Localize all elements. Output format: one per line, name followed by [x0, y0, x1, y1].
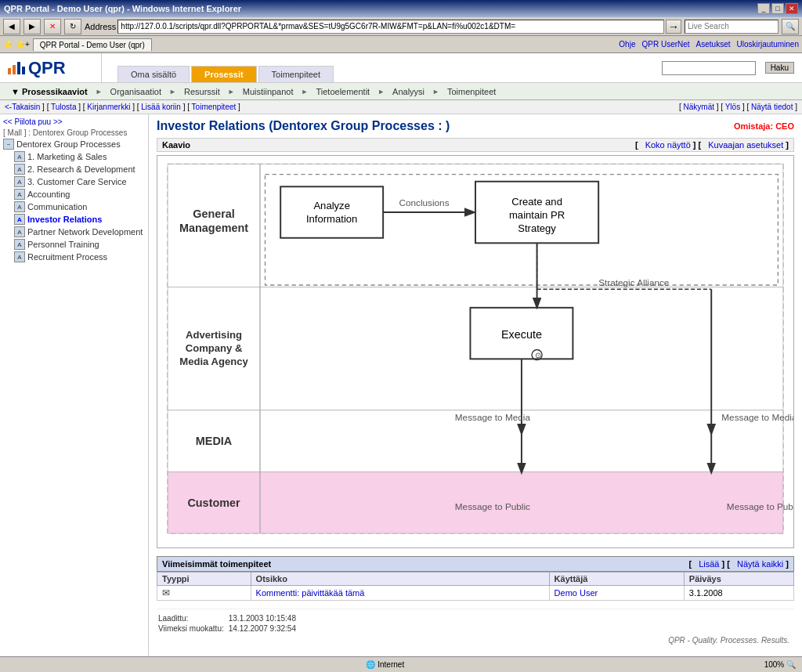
subnav-muistiinpanot[interactable]: Muistiinpanot — [235, 85, 302, 98]
actions-link[interactable]: Toimenpiteet — [192, 103, 237, 111]
svg-text:Execute: Execute — [501, 328, 542, 341]
actions-table: Tyyppi Otsikko Käyttäjä Päiväys ✉ Kommen… — [157, 572, 794, 601]
page-title: Investor Relations (Dentorex Group Proce… — [157, 119, 450, 133]
views-link[interactable]: Näkymät — [684, 103, 714, 111]
sidebar-item-dentorex[interactable]: − Dentorex Group Processes — [0, 138, 148, 150]
ie-tab[interactable]: QPR Portal - Demo User (qpr) — [33, 38, 152, 51]
page-title-row: Investor Relations (Dentorex Group Proce… — [157, 119, 794, 133]
qpr-brand-footer: QPR - Quality. Processes. Results. — [157, 634, 794, 646]
back-button[interactable]: ◀ — [3, 19, 20, 34]
svg-text:Information: Information — [306, 213, 357, 225]
subnav-prosessikaaviot[interactable]: ▼ Prosessikaaviot — [3, 85, 96, 98]
qpr-main: Investor Relations (Dentorex Group Proce… — [149, 114, 802, 672]
bottom-section: Viimeisimmät toimenpiteet [ Lisää ] [ Nä… — [157, 556, 794, 601]
sidebar-item-partner[interactable]: A Partner Network Development — [0, 226, 148, 238]
sidebar-item-label: 2. Research & Development — [27, 164, 135, 174]
sidebar-item-personnel[interactable]: A Personnel Training — [0, 238, 148, 251]
subnav-organisaatiot[interactable]: Organisaatiot — [103, 85, 169, 98]
subnav-analyysi[interactable]: Analyysi — [385, 85, 432, 98]
forward-button[interactable]: ▶ — [23, 19, 41, 34]
add-favorites-button[interactable]: ⭐+ — [16, 40, 30, 49]
row-date: 3.1.2008 — [684, 585, 793, 600]
full-view-link[interactable]: Koko näyttö — [645, 140, 691, 150]
address-input[interactable] — [117, 20, 664, 34]
row-type: ✉ — [157, 585, 251, 600]
minimize-button[interactable]: _ — [757, 3, 770, 14]
tree-icon-research: A — [14, 164, 25, 175]
back-link[interactable]: <-Takaisin — [5, 103, 40, 111]
tab-oma-sisalto[interactable]: Oma sisältö — [117, 66, 190, 82]
sidebar-item-communication[interactable]: A Communication — [0, 201, 148, 213]
show-all-link[interactable]: Näytä kaikki — [737, 559, 783, 569]
subnav-resurssit[interactable]: Resurssit — [176, 85, 228, 98]
tree-icon-accounting: A — [14, 189, 25, 200]
svg-text:Message to Public: Message to Public — [455, 501, 530, 511]
sidebar-item-investor-relations[interactable]: A Investor Relations — [0, 213, 148, 226]
svg-text:MEDIA: MEDIA — [196, 435, 233, 447]
add-to-basket-link[interactable]: Lisää koriin — [141, 103, 181, 111]
go-button[interactable]: → — [666, 20, 681, 34]
qpr-content: << Piilota puu >> [ Mall ] : Dentorex Gr… — [0, 114, 802, 672]
bar1 — [8, 68, 11, 74]
svg-text:Media Agency: Media Agency — [179, 356, 248, 367]
maximize-button[interactable]: □ — [771, 3, 784, 14]
qpr-search-input[interactable] — [662, 61, 756, 75]
tab-prosessit[interactable]: Prosessit — [191, 66, 257, 82]
svg-rect-13 — [280, 186, 383, 237]
tree-expand-icon: − — [3, 139, 14, 150]
table-row: ✉ Kommentti: päivittäkää tämä Demo User … — [157, 585, 794, 600]
sidebar-item-marketing[interactable]: A 1. Marketing & Sales — [0, 150, 148, 163]
bookmark-link[interactable]: Kirjanmerkki — [87, 103, 130, 111]
sidebar-item-label: Recruitment Process — [27, 252, 107, 262]
refresh-button[interactable]: ↻ — [64, 19, 81, 34]
created-label: Laadittu: — [158, 614, 227, 623]
sidebar-item-research[interactable]: A 2. Research & Development — [0, 163, 148, 175]
tab-toimenpiteet[interactable]: Toimenpiteet — [258, 66, 334, 82]
print-link[interactable]: Tulosta — [51, 103, 76, 111]
logo-bars — [8, 62, 25, 74]
sidebar-item-customer-care[interactable]: A 3. Customer Care Service — [0, 175, 148, 188]
breadcrumb-left: <-Takaisin ] [ Tulosta ] [ Kirjanmerkki … — [5, 103, 240, 111]
stop-button[interactable]: ✕ — [44, 19, 61, 34]
modified-value: 14.12.2007 9:32:54 — [229, 624, 299, 633]
sidebar-item-accounting[interactable]: A Accounting — [0, 188, 148, 201]
row-title[interactable]: Kommentti: päivittäkää tämä — [251, 585, 549, 600]
breadcrumb-right: [ Näkymät ] [ Ylös ] [ Näytä tiedot ] — [679, 103, 797, 111]
window-title: QPR Portal - Demo User (qpr) - Windows I… — [4, 4, 241, 13]
search-button[interactable]: 🔍 — [782, 19, 799, 34]
show-info-link[interactable]: Näytä tiedot — [751, 103, 793, 111]
hide-tree-button[interactable]: << Piilota puu >> — [0, 116, 148, 128]
help-link[interactable]: Ohje — [619, 40, 635, 49]
sidebar-item-label: Partner Network Development — [27, 227, 143, 237]
search-input[interactable] — [685, 20, 779, 34]
settings-link[interactable]: Asetukset — [696, 40, 731, 49]
svg-text:Message to Media: Message to Media — [455, 412, 531, 422]
ie-statusbar: 🌐 Internet 100% 🔍 — [0, 656, 802, 672]
sidebar-item-label: Personnel Training — [27, 240, 99, 249]
close-button[interactable]: ✕ — [786, 3, 798, 14]
subnav-toimenpiteet[interactable]: Toimenpiteet — [439, 85, 504, 98]
tree-icon-personnel: A — [14, 239, 25, 250]
footer-meta-table: Laadittu: 13.1.2003 10:15:48 Viimeksi mu… — [157, 612, 301, 634]
user-link[interactable]: Demo User — [555, 588, 598, 598]
qpr-search-button[interactable]: Haku — [765, 62, 794, 74]
add-action-link[interactable]: Lisää — [699, 559, 719, 569]
logout-link[interactable]: Uloskirjautuminen — [737, 40, 799, 49]
subnav-tietoelementit[interactable]: Tietoelementit — [308, 85, 378, 98]
window-controls: _ □ ✕ — [757, 3, 798, 14]
favorites-button[interactable]: ⭐ — [3, 40, 13, 49]
up-link[interactable]: Ylös — [725, 103, 740, 111]
bottom-table-header: Viimeisimmät toimenpiteet [ Lisää ] [ Nä… — [157, 556, 794, 572]
action-link[interactable]: Kommentti: päivittäkää tämä — [256, 588, 365, 598]
owner-row: Omistaja: CEO — [734, 121, 794, 131]
mail-icon: ✉ — [162, 587, 170, 598]
sidebar-item-recruitment[interactable]: A Recruitment Process — [0, 251, 148, 263]
diagram-settings-link[interactable]: Kuvaajan asetukset — [708, 140, 783, 150]
diagram-section-title: Kaavio — [162, 140, 190, 150]
row-user[interactable]: Demo User — [549, 585, 684, 600]
globe-icon: 🌐 — [366, 660, 375, 669]
modified-label: Viimeksi muokattu: — [158, 624, 227, 633]
tree-icon-recruitment: A — [14, 251, 25, 262]
qpr-usernet-link[interactable]: QPR UserNet — [641, 40, 689, 49]
svg-text:Message to Public: Message to Public — [727, 501, 793, 511]
